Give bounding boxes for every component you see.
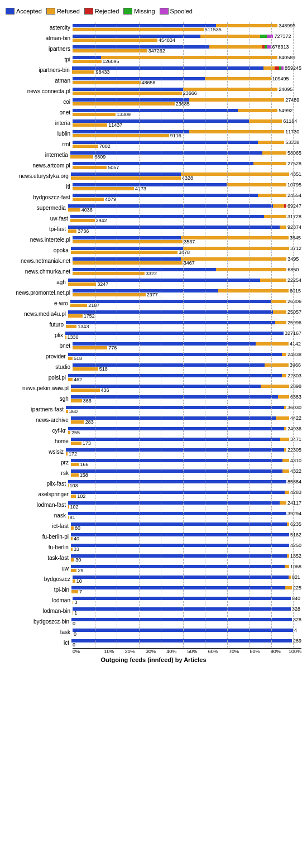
bar-value-1: 348995 [279, 24, 295, 27]
table-row: lodman8403 [6, 595, 301, 605]
bar-segment-accepted [71, 565, 285, 568]
bar-segment-refused [181, 236, 289, 239]
table-row: fu-berlin425033 [6, 542, 301, 552]
bar-value-1: 840589 [279, 56, 295, 59]
bar-segment-refused [275, 321, 286, 324]
row-label: lodman-fast [6, 502, 68, 508]
row-label: cyf-kr [6, 428, 68, 434]
bar-value-2: 0 [74, 632, 76, 636]
table-row: rsk4322158 [6, 468, 301, 478]
bar-area: 2748923685 [73, 97, 301, 107]
bar-segment-refused-2 [73, 145, 98, 148]
bar-top [71, 469, 289, 473]
row-label: supermedia [6, 205, 68, 211]
bar-value-2: 48658 [142, 81, 156, 84]
bar-segment-accepted [73, 98, 189, 102]
bar-segment-accepted [73, 130, 189, 133]
bar-segment-accepted [70, 300, 271, 303]
bar-bottom [73, 272, 145, 275]
bar-value-2: 9116 [170, 134, 181, 137]
bar-bottom [66, 452, 68, 455]
bar-segment-accepted [73, 289, 218, 292]
bar-segment-accepted [68, 427, 284, 430]
bar-segment-accepted [71, 395, 278, 399]
bar-segment-refused [284, 427, 286, 430]
bar-bottom [71, 569, 76, 572]
row-label: uw [6, 565, 71, 572]
table-row: lublin117309116 [6, 128, 301, 138]
bar-top [71, 586, 292, 589]
bar-area: 425033 [71, 542, 301, 552]
row-label: news.eturystyka.org [6, 173, 71, 179]
bar-top [71, 416, 289, 420]
bar-top [73, 162, 286, 165]
bar-segment-refused [287, 554, 289, 558]
bar-segment-refused-2 [71, 569, 76, 572]
bar-segment-spooled [267, 35, 274, 38]
bar-value-1: 24838 [287, 353, 301, 356]
bar-segment-accepted [73, 342, 256, 346]
table-row: coi2748923685 [6, 97, 301, 107]
table-row: provider24838518 [6, 351, 301, 361]
bar-top [73, 363, 289, 367]
bar-segment-accepted [72, 66, 264, 70]
bar-value-1: 840 [292, 597, 300, 600]
legend-color [160, 8, 169, 15]
row-label: bydgoszcz-bin [6, 618, 71, 625]
bar-value-2: 1343 [78, 325, 89, 328]
bar-segment-refused [189, 130, 284, 133]
bar-area: 68503322 [73, 266, 301, 276]
bar-value-1: 4283 [290, 491, 301, 494]
legend-label: Refused [57, 8, 80, 15]
bar-top [68, 279, 286, 282]
bar-value-1: 69247 [287, 204, 301, 208]
bar-bottom [73, 102, 175, 105]
bar-top [71, 247, 289, 250]
bar-bottom [70, 219, 95, 222]
bar-segment-refused-2 [71, 442, 81, 445]
bar-value-2: 462 [74, 378, 82, 381]
bar-top [73, 236, 289, 239]
bar-bottom [73, 113, 116, 116]
bar-value-1: 3471 [290, 438, 301, 441]
row-label: news.chmurka.net [6, 268, 73, 275]
bar-bottom [73, 240, 183, 243]
bar-segment-refused-2 [73, 579, 75, 583]
bar-value-2: 776 [108, 346, 117, 349]
bar-top [68, 512, 286, 515]
table-row: news.eturystyka.org43514328 [6, 171, 301, 181]
bar-value-2: 436 [101, 389, 109, 392]
bar-value-2: 366 [83, 399, 92, 402]
table-row: opoka37123478 [6, 245, 301, 255]
bar-value-1: 3495 [287, 257, 299, 261]
x-axis: 0%10%20%30%40%50%60%70%80%90%100% [73, 648, 301, 654]
bar-value-2: 1752 [84, 314, 95, 318]
bar-area: 317283942 [70, 213, 301, 223]
bar-segment-refused-2 [71, 495, 76, 498]
bar-segment-refused [216, 268, 286, 271]
bar-top [66, 321, 286, 324]
table-row: astercity348995511535 [6, 22, 301, 32]
bar-value-1: 10795 [287, 183, 301, 186]
bar-segment-spooled [281, 66, 284, 70]
bar-segment-refused [238, 109, 277, 112]
bar-segment-refused [216, 24, 278, 27]
bar-segment-refused-2 [72, 70, 95, 74]
row-label: provider [6, 353, 68, 359]
bar-segment-refused [280, 438, 289, 441]
bar-segment-refused-2 [73, 39, 157, 42]
bar-segment-accepted [66, 406, 284, 409]
bar-value-1: 4 [294, 629, 297, 632]
bar-bottom [71, 473, 79, 477]
bar-value-1: 3712 [290, 247, 301, 250]
bar-segment-refused-2 [73, 240, 183, 243]
row-label: ipartners-fast [6, 406, 66, 413]
row-label: astercity [6, 25, 73, 31]
bar-top [73, 194, 286, 197]
bar-top [68, 374, 286, 377]
bar-segment-refused [262, 151, 286, 155]
bar-area: 923743736 [68, 224, 301, 234]
bar-segment-refused [249, 119, 282, 123]
bar-segment-refused-2 [73, 49, 147, 52]
x-tick: 40% [156, 649, 176, 654]
